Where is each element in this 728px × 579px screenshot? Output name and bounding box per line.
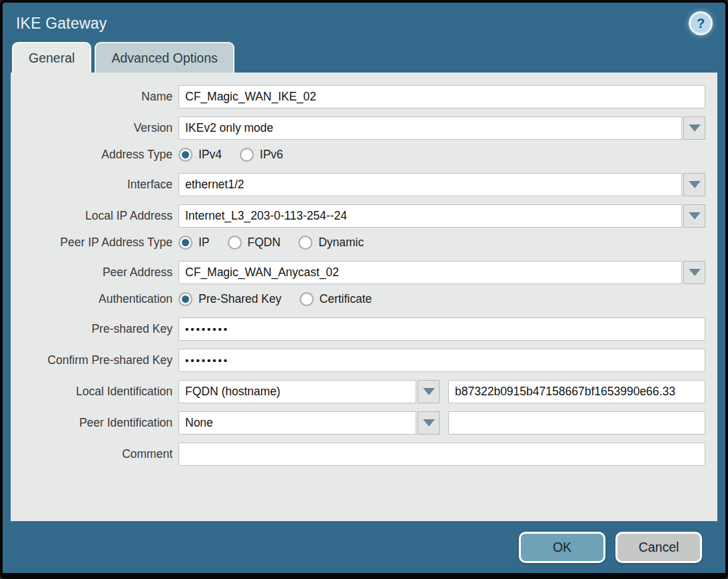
interface-row: Interface bbox=[11, 173, 705, 196]
dialog-footer: OK Cancel bbox=[3, 521, 725, 573]
address-type-ipv4-option[interactable]: IPv4 bbox=[179, 148, 222, 162]
dialog-titlebar: IKE Gateway ? bbox=[3, 3, 725, 41]
version-label: Version bbox=[11, 121, 173, 135]
pre-shared-key-row: Pre-shared Key bbox=[11, 317, 705, 341]
version-dropdown-button[interactable] bbox=[683, 116, 705, 140]
local-identification-label: Local Identification bbox=[11, 385, 173, 399]
peer-identification-dropdown-button[interactable] bbox=[418, 411, 440, 435]
auth-certificate-option[interactable]: Certificate bbox=[300, 292, 372, 306]
radio-ipv6 bbox=[240, 148, 254, 162]
interface-select-input[interactable] bbox=[179, 173, 682, 196]
version-select-input[interactable] bbox=[179, 116, 682, 140]
tab-advanced-options[interactable]: Advanced Options bbox=[95, 42, 234, 73]
radio-ipv4-selected bbox=[179, 148, 192, 162]
confirm-pre-shared-key-label: Confirm Pre-shared Key bbox=[11, 353, 173, 367]
radio-ip-selected bbox=[179, 236, 192, 250]
peer-ip-type-ip-option[interactable]: IP bbox=[179, 236, 210, 250]
peer-address-dropdown-button[interactable] bbox=[683, 261, 705, 284]
local-ip-address-select-input[interactable] bbox=[179, 204, 682, 228]
peer-address-label: Peer Address bbox=[11, 266, 173, 280]
local-ip-address-row: Local IP Address bbox=[11, 204, 705, 228]
cancel-button[interactable]: Cancel bbox=[615, 532, 702, 563]
pre-shared-key-label: Pre-shared Key bbox=[11, 322, 173, 336]
interface-label: Interface bbox=[11, 178, 173, 192]
local-ip-address-label: Local IP Address bbox=[11, 209, 173, 223]
help-icon[interactable]: ? bbox=[691, 13, 711, 33]
confirm-pre-shared-key-input[interactable] bbox=[179, 349, 705, 372]
peer-identification-value-input[interactable] bbox=[448, 411, 705, 435]
peer-ip-type-dynamic-option[interactable]: Dynamic bbox=[298, 236, 364, 250]
general-tab-panel: Name Version Address Type IPv4 bbox=[11, 73, 717, 521]
name-row: Name bbox=[11, 85, 705, 108]
comment-label: Comment bbox=[11, 447, 173, 461]
ike-gateway-dialog: IKE Gateway ? General Advanced Options N… bbox=[0, 0, 728, 579]
name-label: Name bbox=[11, 90, 173, 104]
comment-input[interactable] bbox=[179, 443, 705, 466]
dropdown-arrow-icon bbox=[423, 419, 435, 427]
radio-dynamic bbox=[298, 236, 312, 250]
ok-button[interactable]: OK bbox=[519, 532, 605, 563]
tab-bar: General Advanced Options bbox=[3, 41, 725, 73]
comment-row: Comment bbox=[11, 443, 705, 466]
peer-address-select-input[interactable] bbox=[179, 261, 682, 284]
dropdown-arrow-icon bbox=[689, 124, 701, 132]
local-identification-dropdown-button[interactable] bbox=[418, 380, 440, 403]
peer-ip-address-type-label: Peer IP Address Type bbox=[11, 236, 173, 250]
peer-ip-address-type-row: Peer IP Address Type IP FQDN Dynamic bbox=[11, 236, 705, 250]
dialog-title: IKE Gateway bbox=[16, 15, 691, 33]
interface-dropdown-button[interactable] bbox=[683, 173, 705, 196]
local-identification-type-select[interactable] bbox=[179, 380, 416, 403]
dropdown-arrow-icon bbox=[423, 388, 435, 395]
peer-identification-row: Peer Identification bbox=[11, 411, 705, 435]
confirm-pre-shared-key-row: Confirm Pre-shared Key bbox=[11, 349, 705, 372]
pre-shared-key-input[interactable] bbox=[179, 317, 705, 341]
local-identification-row: Local Identification bbox=[11, 380, 705, 403]
peer-address-row: Peer Address bbox=[11, 261, 705, 284]
dropdown-arrow-icon bbox=[689, 181, 701, 188]
dropdown-arrow-icon bbox=[689, 212, 701, 220]
local-identification-value-input[interactable] bbox=[448, 380, 705, 403]
name-input[interactable] bbox=[179, 85, 705, 108]
version-row: Version bbox=[11, 116, 705, 140]
address-type-label: Address Type bbox=[11, 148, 173, 162]
radio-fqdn bbox=[228, 236, 242, 250]
peer-identification-type-select[interactable] bbox=[179, 411, 416, 435]
radio-pre-shared-key-selected bbox=[179, 292, 192, 306]
authentication-row: Authentication Pre-Shared Key Certificat… bbox=[11, 292, 705, 306]
peer-ip-type-fqdn-option[interactable]: FQDN bbox=[228, 236, 281, 250]
peer-identification-label: Peer Identification bbox=[11, 416, 173, 430]
authentication-label: Authentication bbox=[11, 292, 173, 306]
local-ip-address-dropdown-button[interactable] bbox=[683, 204, 705, 228]
address-type-row: Address Type IPv4 IPv6 bbox=[11, 148, 705, 162]
radio-certificate bbox=[300, 292, 314, 306]
auth-pre-shared-key-option[interactable]: Pre-Shared Key bbox=[179, 292, 282, 306]
address-type-ipv6-option[interactable]: IPv6 bbox=[240, 148, 283, 162]
tab-general[interactable]: General bbox=[12, 42, 91, 73]
dropdown-arrow-icon bbox=[689, 269, 701, 276]
